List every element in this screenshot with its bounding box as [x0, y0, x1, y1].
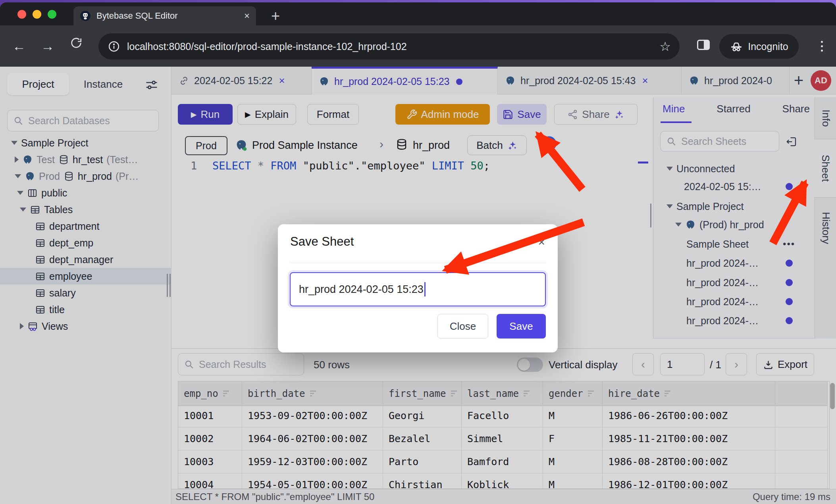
browser-tabstrip: Bytebase SQL Editor × +	[0, 2, 836, 25]
dialog-divider	[290, 263, 546, 263]
browser-menu-button[interactable]	[813, 37, 830, 56]
back-button[interactable]: ←	[10, 37, 28, 55]
sheet-name-value: hr_prod 2024-02-05 15:23	[299, 283, 424, 296]
browser-tab[interactable]: Bytebase SQL Editor ×	[73, 6, 256, 25]
forward-button[interactable]: →	[39, 37, 56, 55]
window-close-button[interactable]	[17, 10, 26, 19]
browser-tab-title: Bytebase SQL Editor	[96, 11, 178, 21]
dialog-close-button[interactable]: Close	[437, 314, 488, 339]
incognito-badge: Incognito	[719, 34, 799, 59]
side-panel-icon[interactable]	[697, 40, 710, 50]
dialog-save-button[interactable]: Save	[497, 314, 546, 339]
bookmark-star-icon[interactable]: ☆	[659, 39, 671, 54]
reload-button[interactable]	[67, 36, 85, 53]
window-minimize-button[interactable]	[33, 10, 41, 19]
browser-window: Bytebase SQL Editor × + ← → localhost:80…	[0, 2, 836, 504]
window-zoom-button[interactable]	[48, 10, 56, 19]
incognito-label: Incognito	[748, 41, 788, 52]
address-bar[interactable]: localhost:8080/sql-editor/prod-sample-in…	[98, 33, 680, 60]
url-text: localhost:8080/sql-editor/prod-sample-in…	[127, 41, 407, 52]
browser-toolbar: ← → localhost:8080/sql-editor/prod-sampl…	[0, 25, 836, 67]
bytebase-app: + 2024-02-05 15:22×hr_prod 2024-02-05 15…	[0, 67, 836, 504]
dialog-close-icon[interactable]: ×	[538, 235, 545, 249]
browser-tab-close-icon[interactable]: ×	[244, 10, 250, 21]
sheet-name-input[interactable]: hr_prod 2024-02-05 15:23	[290, 272, 546, 306]
save-sheet-dialog: Save Sheet × hr_prod 2024-02-05 15:23 Cl…	[278, 224, 558, 352]
bytebase-favicon-icon	[80, 10, 91, 21]
browser-new-tab-button[interactable]: +	[267, 7, 284, 25]
site-info-icon[interactable]	[108, 40, 120, 52]
incognito-icon	[730, 40, 743, 53]
dialog-title: Save Sheet	[290, 235, 354, 249]
text-caret	[424, 282, 426, 296]
